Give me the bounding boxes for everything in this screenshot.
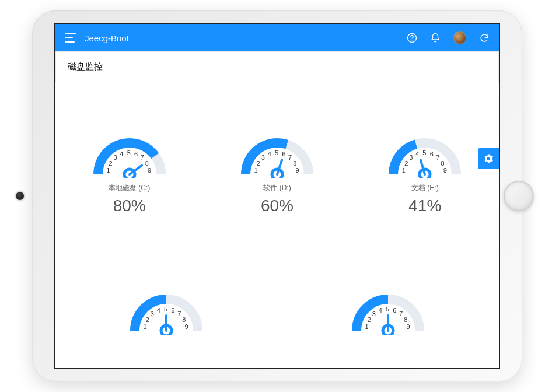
gauge-tick-label: 3 [372, 310, 376, 317]
refresh-icon[interactable] [479, 33, 490, 43]
gauge-tick-label: 2 [109, 160, 112, 167]
gauge-vis: 123456789 [236, 129, 318, 178]
gauges-area: 123456789 本地磁盘 (C:) 80% 123456789 软件 (D:… [55, 82, 499, 343]
avatar[interactable] [453, 32, 466, 44]
gauge-tick-label: 3 [409, 154, 413, 161]
gauge-tick-label: 9 [406, 323, 410, 330]
gauge-vis: 123456789 [347, 285, 429, 335]
gauge-tick-label: 8 [145, 160, 149, 167]
gauge-tick-label: 6 [393, 307, 396, 314]
gauge-tick-label: 5 [386, 306, 389, 313]
gauge-tick-label: 4 [268, 150, 271, 158]
gauge-tick-label: 7 [288, 154, 292, 161]
gauge-item: 123456789 [102, 285, 230, 343]
gauge-tick-label: 2 [404, 160, 408, 167]
gauge-row: 123456789 123456789 [55, 285, 499, 343]
gauge-tick-label: 4 [157, 307, 160, 314]
content-area: 磁盘监控 123456789 本地磁盘 (C:) 80% 123456789 [55, 51, 499, 368]
gauge-tick-label: 3 [114, 154, 117, 161]
gauge-tick-label: 9 [295, 167, 299, 174]
gauge-tick-label: 8 [182, 316, 186, 323]
tablet-home-button[interactable] [504, 181, 534, 211]
screen: Jeecg-Boot 磁盘监控 [54, 23, 500, 369]
gauge-tick-label: 2 [257, 160, 260, 167]
header-actions [407, 32, 490, 44]
gear-icon [483, 153, 494, 164]
gauge-tick-label: 6 [282, 150, 285, 158]
gauge-tick-label: 1 [144, 323, 147, 330]
gauge-vis: 123456789 [89, 129, 170, 178]
gauge-item: 123456789 本地磁盘 (C:) 80% [65, 129, 194, 215]
gauge-tick-label: 2 [146, 316, 149, 323]
gauge-tick-label: 5 [164, 306, 167, 313]
svg-point-1 [412, 40, 413, 41]
gauge-item: 123456789 软件 (D:) 60% [213, 129, 341, 215]
card-title: 磁盘监控 [56, 52, 498, 82]
gauge-item: 123456789 [324, 285, 452, 343]
help-icon[interactable] [407, 33, 417, 43]
gauge-label: 软件 (D:) [263, 183, 291, 193]
bell-icon[interactable] [430, 33, 441, 43]
gauge-percentage: 80% [113, 197, 146, 215]
gauge-tick-label: 6 [134, 150, 138, 158]
disk-monitor-card: 磁盘监控 [55, 51, 499, 82]
tablet-frame: Jeecg-Boot 磁盘监控 [32, 10, 522, 382]
app-header: Jeecg-Boot [55, 24, 499, 51]
gauge-tick-label: 1 [402, 167, 406, 174]
gauge-row: 123456789 本地磁盘 (C:) 80% 123456789 软件 (D:… [55, 129, 499, 215]
gauge-tick-label: 2 [368, 316, 371, 323]
tablet-camera [16, 192, 24, 200]
gauge-tick-label: 9 [148, 167, 151, 174]
gauge-tick-label: 7 [436, 154, 439, 161]
gauge-tick-label: 7 [399, 310, 403, 317]
app-title: Jeecg-Boot [85, 33, 129, 43]
gauge-tick-label: 8 [293, 160, 296, 167]
menu-toggle-icon[interactable] [65, 33, 76, 43]
gauge-tick-label: 4 [379, 307, 382, 314]
gauge-tick-label: 4 [415, 150, 419, 158]
gauge-tick-label: 8 [404, 316, 407, 323]
gauge-tick-label: 4 [120, 150, 123, 158]
gauge-label: 文档 (E:) [411, 183, 439, 193]
gauge-label: 本地磁盘 (C:) [109, 183, 150, 193]
gauge-tick-label: 1 [106, 167, 110, 174]
gauge-tick-label: 5 [422, 149, 426, 156]
gauge-tick-label: 6 [171, 307, 174, 314]
gauge-tick-label: 7 [141, 154, 144, 161]
gauge-percentage: 41% [408, 197, 441, 215]
gauge-vis: 123456789 [384, 129, 466, 178]
gauge-tick-label: 7 [177, 310, 181, 317]
gauge-tick-label: 1 [365, 323, 369, 330]
gauge-tick-label: 5 [275, 149, 278, 156]
gauge-tick-label: 5 [127, 149, 131, 156]
gauge-percentage: 60% [261, 197, 294, 215]
gauge-tick-label: 6 [430, 150, 434, 158]
gauge-tick-label: 9 [443, 167, 447, 174]
gauge-tick-label: 9 [184, 323, 188, 330]
settings-drawer-button[interactable] [478, 148, 499, 169]
gauge-tick-label: 3 [151, 310, 154, 317]
gauge-vis: 123456789 [125, 285, 207, 335]
gauge-tick-label: 8 [441, 160, 444, 167]
gauge-item: 123456789 文档 (E:) 41% [361, 129, 489, 215]
gauge-tick-label: 3 [261, 154, 265, 161]
gauge-tick-label: 1 [254, 167, 258, 174]
